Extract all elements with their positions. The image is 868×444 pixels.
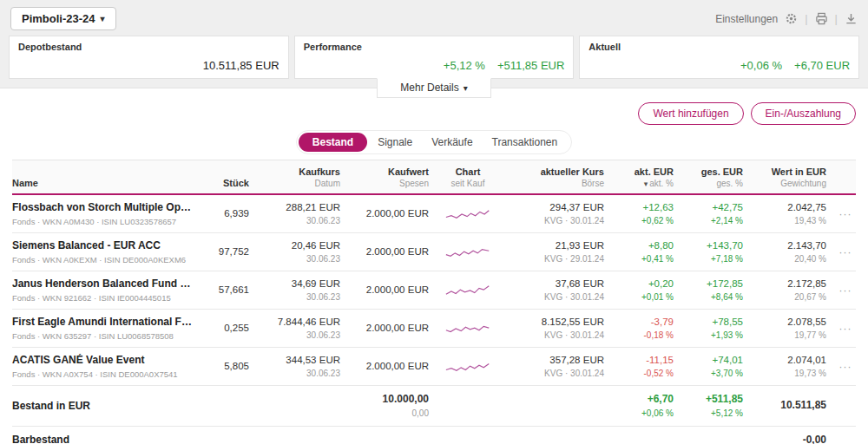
- actions-row: Wert hinzufügen Ein-/Auszahlung: [0, 99, 868, 127]
- header-kaufwert[interactable]: KaufwertSpesen: [349, 166, 429, 188]
- tab-bestand[interactable]: Bestand: [299, 133, 367, 152]
- total-row-barbestand: Barbestand -0,00: [12, 427, 856, 444]
- fund-name-link[interactable]: Siemens Balanced - EUR ACC: [12, 239, 193, 252]
- sparkline-chart: [437, 282, 498, 299]
- fund-identifiers: Fonds · WKN 921662 · ISIN IE0004445015: [12, 293, 193, 303]
- fund-name-link[interactable]: ACATIS GANÉ Value Event: [12, 354, 193, 367]
- divider: |: [805, 12, 807, 25]
- printer-icon[interactable]: [815, 12, 828, 25]
- table-row: First Eagle Amundi International Fund - …: [12, 310, 856, 348]
- aktuell-pct: +0,06 %: [740, 59, 782, 72]
- row-menu-button[interactable]: ···: [835, 323, 856, 335]
- tab-transaktionen[interactable]: Transaktionen: [483, 133, 567, 152]
- table-header: Name Stück KaufkursDatum KaufwertSpesen …: [12, 160, 856, 195]
- download-icon[interactable]: [845, 12, 858, 25]
- tab-signale[interactable]: Signale: [369, 133, 421, 152]
- performance-card: Performance +5,12 % +511,85 EUR: [294, 36, 575, 79]
- header-wert[interactable]: Wert in EURGewichtung: [752, 166, 826, 188]
- aktuell-value: +6,70 EUR: [794, 59, 850, 72]
- fund-name-link[interactable]: First Eagle Amundi International Fund - …: [12, 316, 193, 329]
- card-label: Aktuell: [589, 42, 850, 52]
- settings-label: Einstellungen: [715, 13, 778, 25]
- header-chart: Chartseit Kauf: [437, 166, 498, 188]
- fund-name-link[interactable]: Janus Henderson Balanced Fund - A2 USD A…: [12, 278, 193, 291]
- holdings-table: Name Stück KaufkursDatum KaufwertSpesen …: [0, 160, 868, 444]
- tab-verkaeufe[interactable]: Verkäufe: [423, 133, 481, 152]
- performance-pct: +5,12 %: [444, 59, 485, 72]
- row-menu-button[interactable]: ···: [835, 361, 856, 373]
- portfolio-name: Pimboli-23-24: [22, 12, 95, 25]
- header-aktueller-kurs[interactable]: aktueller KursBörse: [507, 166, 604, 188]
- sparkline-chart: [437, 320, 498, 337]
- row-menu-button[interactable]: ···: [835, 246, 856, 258]
- total-row-bestand: Bestand in EUR 10.000,000,00 +6,70+0,06 …: [12, 386, 856, 427]
- performance-value: +511,85 EUR: [497, 59, 564, 72]
- table-row: ACATIS GANÉ Value Event Fonds · WKN A0X7…: [12, 348, 856, 386]
- gear-icon[interactable]: [785, 12, 798, 25]
- sort-desc-icon: ▾: [644, 180, 648, 188]
- fund-identifiers: Fonds · WKN 635297 · ISIN LU0068578508: [12, 331, 193, 341]
- tab-group: Bestand Signale Verkäufe Transaktionen: [296, 130, 572, 154]
- fund-identifiers: Fonds · WKN A0M430 · ISIN LU0323578657: [12, 217, 193, 226]
- top-actions: Einstellungen | |: [715, 12, 858, 25]
- add-value-button[interactable]: Wert hinzufügen: [638, 102, 743, 125]
- chevron-down-icon: ▾: [101, 14, 105, 23]
- header-ges-eur[interactable]: ges. EURges. %: [682, 166, 743, 188]
- aktuell-card: Aktuell +0,06 % +6,70 EUR: [579, 36, 859, 79]
- depotbestand-card: Depotbestand 10.511,85 EUR: [9, 36, 289, 79]
- fund-identifiers: Fonds · WKN A0X754 · ISIN DE000A0X7541: [12, 369, 193, 379]
- sparkline-chart: [437, 206, 498, 223]
- header-name[interactable]: Name: [12, 178, 193, 188]
- fund-identifiers: Fonds · WKN A0KEXM · ISIN DE000A0KEXM6: [12, 255, 193, 264]
- chevron-down-icon: ▾: [464, 83, 468, 93]
- stueck-value: 6,939: [201, 207, 249, 220]
- divider: |: [835, 12, 838, 25]
- table-row: Flossbach von Storch Multiple Opportunit…: [12, 195, 856, 233]
- card-label: Performance: [304, 42, 565, 52]
- header-stueck[interactable]: Stück: [201, 178, 249, 188]
- header-akt-eur[interactable]: akt. EUR▾akt. %: [613, 166, 674, 188]
- cash-in-out-button[interactable]: Ein-/Auszahlung: [751, 102, 856, 125]
- sparkline-chart: [437, 244, 498, 261]
- row-menu-button[interactable]: ···: [835, 284, 856, 297]
- sparkline-chart: [437, 358, 498, 375]
- table-row: Siemens Balanced - EUR ACC Fonds · WKN A…: [12, 233, 856, 271]
- top-band: Pimboli-23-24 ▾ Einstellungen | |: [0, 0, 868, 88]
- depotbestand-value: 10.511,85 EUR: [203, 59, 279, 72]
- portfolio-dropdown[interactable]: Pimboli-23-24 ▾: [10, 7, 116, 30]
- more-details-button[interactable]: Mehr Details▾: [377, 78, 490, 98]
- fund-name-link[interactable]: Flossbach von Storch Multiple Opportunit…: [12, 201, 193, 214]
- tabs-row: Bestand Signale Verkäufe Transaktionen: [0, 130, 868, 154]
- card-label: Depotbestand: [18, 42, 279, 52]
- topbar: Pimboli-23-24 ▾ Einstellungen | |: [0, 0, 868, 36]
- header-kaufkurs[interactable]: KaufkursDatum: [258, 166, 340, 188]
- more-details-wrap: Mehr Details▾: [0, 78, 868, 99]
- table-row: Janus Henderson Balanced Fund - A2 USD A…: [12, 271, 856, 310]
- row-menu-button[interactable]: ···: [835, 208, 856, 220]
